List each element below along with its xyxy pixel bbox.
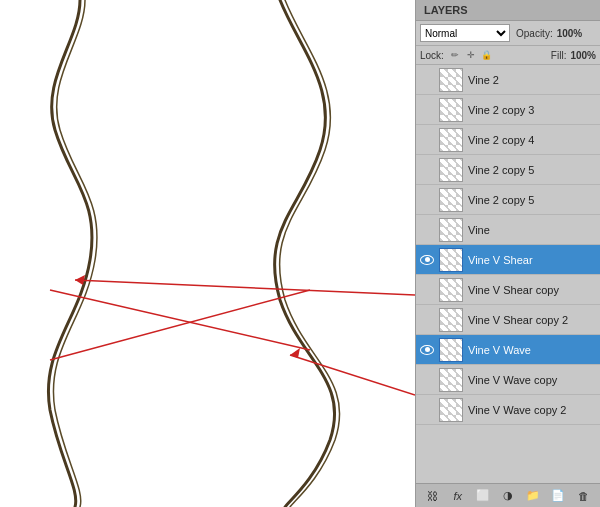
layer-visibility-toggle[interactable] [418,305,436,335]
layer-visibility-toggle[interactable] [418,395,436,425]
layer-thumbnail [439,218,463,242]
layer-thumbnail [439,68,463,92]
layer-visibility-toggle[interactable] [418,125,436,155]
layer-visibility-toggle[interactable] [418,365,436,395]
layer-item[interactable]: Vine 2 copy 5 [416,185,600,215]
blend-opacity-row: NormalDissolveMultiplyScreenOverlay Opac… [416,21,600,46]
layer-visibility-toggle[interactable] [418,335,436,365]
layers-list: Vine 2Vine 2 copy 3Vine 2 copy 4Vine 2 c… [416,65,600,483]
layer-name: Vine 2 copy 3 [466,104,598,116]
layer-item[interactable]: Vine V Wave copy 2 [416,395,600,425]
fill-value: 100% [570,50,596,61]
layer-name: Vine V Wave copy [466,374,598,386]
new-layer-icon[interactable]: 📄 [548,487,568,505]
layer-name: Vine V Wave copy 2 [466,404,598,416]
fill-label: Fill: [551,50,567,61]
eye-icon [420,255,434,265]
layer-name: Vine V Shear copy 2 [466,314,598,326]
layer-thumbnail [439,368,463,392]
layer-name: Vine [466,224,598,236]
layer-item[interactable]: Vine V Wave copy [416,365,600,395]
opacity-label: Opacity: [516,28,553,39]
layer-item[interactable]: Vine 2 copy 4 [416,125,600,155]
layer-name: Vine 2 copy 5 [466,164,598,176]
layer-thumbnail [439,188,463,212]
layer-thumbnail [439,98,463,122]
add-mask-icon[interactable]: ⬜ [473,487,493,505]
layer-visibility-toggle[interactable] [418,215,436,245]
layer-name: Vine V Shear copy [466,284,598,296]
layer-name: Vine V Shear [466,254,598,266]
layer-thumbnail [439,398,463,422]
layer-thumbnail [439,308,463,332]
layers-panel-title: LAYERS [416,0,600,21]
fx-icon[interactable]: fx [448,487,468,505]
canvas-svg [0,0,415,507]
layers-panel: LAYERS NormalDissolveMultiplyScreenOverl… [415,0,600,507]
lock-icons: ✏ ✛ 🔒 [448,48,494,62]
new-group-icon[interactable]: 📁 [523,487,543,505]
layers-title-text: LAYERS [424,4,468,16]
opacity-value: 100% [557,28,583,39]
delete-layer-icon[interactable]: 🗑 [573,487,593,505]
eye-icon [420,345,434,355]
layer-thumbnail [439,158,463,182]
layer-visibility-toggle[interactable] [418,275,436,305]
lock-position-icon[interactable]: ✛ [464,48,478,62]
layer-item[interactable]: Vine V Shear [416,245,600,275]
layer-visibility-toggle[interactable] [418,155,436,185]
layer-item[interactable]: Vine 2 copy 3 [416,95,600,125]
layer-item[interactable]: Vine [416,215,600,245]
layer-visibility-toggle[interactable] [418,95,436,125]
canvas-area [0,0,415,507]
layer-visibility-toggle[interactable] [418,65,436,95]
layer-name: Vine 2 copy 5 [466,194,598,206]
lock-all-icon[interactable]: 🔒 [480,48,494,62]
layer-item[interactable]: Vine V Shear copy [416,275,600,305]
layer-item[interactable]: Vine V Wave [416,335,600,365]
lock-label: Lock: [420,50,444,61]
layer-item[interactable]: Vine V Shear copy 2 [416,305,600,335]
layer-item[interactable]: Vine 2 copy 5 [416,155,600,185]
link-layers-icon[interactable]: ⛓ [423,487,443,505]
layer-name: Vine 2 [466,74,598,86]
layer-thumbnail [439,128,463,152]
adjustment-layer-icon[interactable]: ◑ [498,487,518,505]
layer-thumbnail [439,338,463,362]
layer-visibility-toggle[interactable] [418,245,436,275]
layer-thumbnail [439,248,463,272]
layer-visibility-toggle[interactable] [418,185,436,215]
layer-name: Vine V Wave [466,344,598,356]
lock-fill-row: Lock: ✏ ✛ 🔒 Fill: 100% [416,46,600,65]
layer-thumbnail [439,278,463,302]
layers-bottom-toolbar: ⛓ fx ⬜ ◑ 📁 📄 🗑 [416,483,600,507]
layer-name: Vine 2 copy 4 [466,134,598,146]
blend-mode-select[interactable]: NormalDissolveMultiplyScreenOverlay [420,24,510,42]
canvas-content [0,0,415,507]
lock-pixels-icon[interactable]: ✏ [448,48,462,62]
layer-item[interactable]: Vine 2 [416,65,600,95]
